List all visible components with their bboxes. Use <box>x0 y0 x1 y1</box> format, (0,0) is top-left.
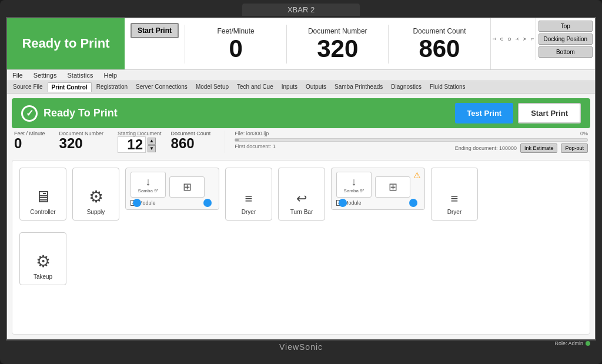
sub-document-number: Document Number 320 <box>59 131 104 151</box>
tab-registration[interactable]: Registration <box>93 82 131 92</box>
sub-feet-per-minute: Feet / Minute 0 <box>14 131 45 151</box>
feet-per-minute-value: 0 <box>229 36 242 61</box>
ink-estimate-button[interactable]: Ink Estimate <box>520 143 558 153</box>
pop-out-button[interactable]: Pop-out <box>561 143 588 153</box>
menu-settings[interactable]: Settings <box>32 71 59 79</box>
starting-doc-up[interactable]: ▲ <box>148 138 156 145</box>
header-middle-right: Start Print Feet/Minute 0 Document Numbe… <box>125 18 595 69</box>
controller-icon: 🖥 <box>35 187 51 206</box>
tab-outputs[interactable]: Outputs <box>302 82 330 92</box>
tab-diagnostics[interactable]: Diagnostics <box>387 82 425 92</box>
tab-source-file[interactable]: Source File <box>9 82 46 92</box>
tab-bar: Source File Print Control Registration S… <box>7 81 595 93</box>
top-header: Ready to Print Start Print Feet/Minute 0… <box>7 18 595 70</box>
module2-dot-right <box>409 199 417 207</box>
device-card-module2[interactable]: ⚠ ↓ Samba 9" ⊞ ✓ <box>331 168 425 210</box>
device-card-supply[interactable]: ⚙ Supply <box>72 168 119 221</box>
sub-document-count: Document Count 860 <box>171 131 211 151</box>
device-card-takeup[interactable]: ⚙ Takeup <box>19 232 66 285</box>
ending-document: Ending document: 100000 <box>455 145 517 151</box>
monitor: XBAR 2 Ready to Print Start Print Feet/M… <box>0 0 602 364</box>
document-count-label: Document Count <box>413 27 466 35</box>
document-number-value: 320 <box>317 36 358 61</box>
takeup-label: Takeup <box>34 273 52 280</box>
check-icon: ✓ <box>21 105 38 122</box>
tab-server-connections[interactable]: Server Connections <box>132 82 191 92</box>
document-count-stat: Document Count 860 <box>388 25 490 64</box>
turnbar-icon: ↩ <box>296 191 307 206</box>
device-card-dryer2[interactable]: ≡ Dryer <box>431 168 478 221</box>
sub-stats-row: Feet / Minute 0 Document Number 320 Star… <box>7 128 595 155</box>
tab-fluid-stations[interactable]: Fluid Stations <box>426 82 469 92</box>
sub-doccount-value: 860 <box>171 136 211 151</box>
starting-doc-row: 12 ▲ ▼ <box>118 136 162 153</box>
status-right: Test Print Start Print <box>455 103 581 123</box>
monitor-title: XBAR 2 <box>242 4 360 16</box>
menu-statistics[interactable]: Statistics <box>65 71 95 79</box>
layout-buttons: Top Docking Position Bottom <box>536 18 595 60</box>
progress-bar-fill <box>235 139 239 141</box>
tab-samba-printheads[interactable]: Samba Printheads <box>331 82 386 92</box>
module2-sub2: ⊞ <box>375 176 410 198</box>
device-card-turnbar[interactable]: ↩ Turn Bar <box>278 168 325 221</box>
turnbar-label: Turn Bar <box>290 209 313 215</box>
module1-sub1: ↓ Samba 9" <box>131 172 166 198</box>
starting-doc-down[interactable]: ▼ <box>148 145 156 152</box>
file-bottom-row: First document: 1 Ending document: 10000… <box>235 143 588 153</box>
menu-bar: File Settings Statistics Help <box>7 70 595 81</box>
tab-inputs[interactable]: Inputs <box>278 82 301 92</box>
top-button[interactable]: Top <box>539 21 593 32</box>
brand-bar: ViewSonic <box>277 340 325 353</box>
ready-to-print-box: Ready to Print <box>7 18 125 69</box>
right-side-vertical: L A Y O U T Top Docking Position Bottom <box>491 18 595 60</box>
file-label: File: ion300.ijp <box>235 131 269 136</box>
module1-dot-left <box>133 199 141 207</box>
docking-position-button[interactable]: Docking Position <box>539 34 593 45</box>
module2-dot-left <box>339 199 347 207</box>
dryer2-label: Dryer <box>447 209 461 215</box>
module1-dot-right <box>203 199 212 207</box>
brand-label: ViewSonic <box>279 342 323 352</box>
module2-sublabel1: Samba 9" <box>344 188 364 193</box>
starting-doc-spinner: ▲ ▼ <box>148 138 156 152</box>
starting-doc-value: 12 <box>118 136 146 153</box>
menu-help[interactable]: Help <box>102 71 119 79</box>
status-bar: ✓ Ready To Print Test Print Start Print <box>12 98 590 128</box>
dryer1-label: Dryer <box>242 209 256 215</box>
device-card-module1[interactable]: ↓ Samba 9" ⊞ ✓ Module <box>125 168 219 210</box>
sub-docnum-value: 320 <box>59 136 104 151</box>
start-print-button[interactable]: Start Print <box>518 103 581 123</box>
module1-bottom-label: ✓ Module <box>131 200 214 206</box>
status-left: ✓ Ready To Print <box>21 105 118 122</box>
module1-icon2: ⊞ <box>183 181 192 193</box>
progress-bar <box>235 138 588 142</box>
tab-tech-and-cue[interactable]: Tech and Cue <box>233 82 277 92</box>
module2-icon1: ↓ <box>352 176 357 188</box>
ready-to-print-label: Ready to Print <box>22 36 109 51</box>
progress-percent: 0% <box>580 131 588 136</box>
starting-doc-label: Starting Document <box>118 131 162 136</box>
status-text: Ready To Print <box>44 107 118 119</box>
takeup-icon: ⚙ <box>36 252 51 271</box>
device-card-controller[interactable]: 🖥 Controller <box>19 168 66 221</box>
test-print-button[interactable]: Test Print <box>455 103 513 123</box>
module1-sublabel1: Samba 9" <box>138 188 159 193</box>
tab-model-setup[interactable]: Model Setup <box>192 82 232 92</box>
side-labels: L A Y O U T <box>491 18 536 60</box>
main-content: ✓ Ready To Print Test Print Start Print … <box>7 93 595 339</box>
module1-sub2: ⊞ <box>169 176 205 198</box>
device-card-dryer1[interactable]: ≡ Dryer <box>225 168 272 221</box>
document-number-label: Document Number <box>308 27 367 35</box>
bottom-button[interactable]: Bottom <box>539 46 593 58</box>
module1-inner: ↓ Samba 9" ⊞ <box>131 172 214 198</box>
file-section: File: ion300.ijp 0% First document: 1 En… <box>225 131 588 153</box>
menu-file[interactable]: File <box>11 71 25 79</box>
start-print-top-button[interactable]: Start Print <box>131 23 179 38</box>
module2-icon2: ⊞ <box>389 181 397 193</box>
tab-print-control[interactable]: Print Control <box>48 82 92 92</box>
screen: Ready to Print Start Print Feet/Minute 0… <box>6 17 596 340</box>
feet-per-minute-label: Feet/Minute <box>217 27 254 35</box>
module1-icon1: ↓ <box>146 176 151 188</box>
controller-label: Controller <box>30 209 55 215</box>
supply-icon: ⚙ <box>89 187 103 206</box>
